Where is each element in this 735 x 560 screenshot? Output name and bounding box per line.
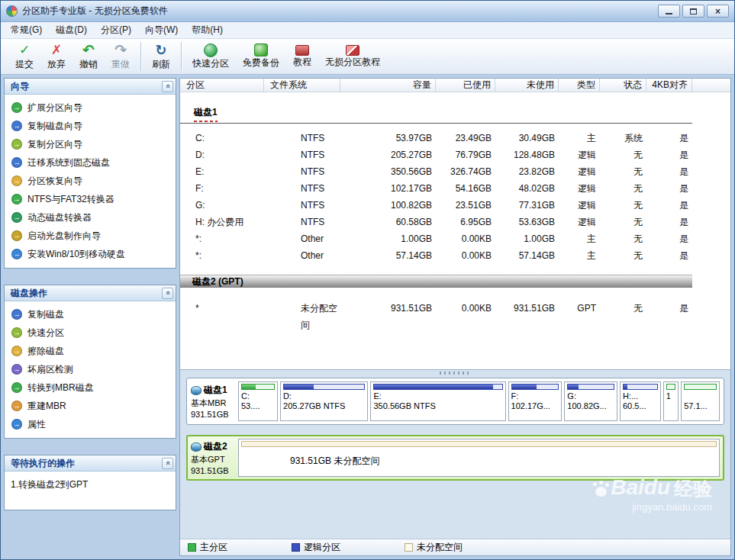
sidebar-item[interactable]: →复制分区向导: [5, 135, 176, 153]
close-button[interactable]: ×: [707, 5, 729, 18]
partition-cell: 是: [646, 230, 692, 247]
block-sublabel: 102.17G...: [511, 401, 559, 411]
minimize-button[interactable]: [658, 5, 680, 18]
disk-group-bar[interactable]: 磁盘2 (GPT): [180, 275, 692, 288]
sidebar-item[interactable]: →复制磁盘: [5, 305, 176, 323]
partition-row[interactable]: *未分配空间931.51GB0.00KB931.51GBGPT无是: [180, 300, 730, 317]
undo-button[interactable]: 撤销: [73, 41, 105, 72]
partition-block[interactable]: 931.51GB 未分配空间: [238, 439, 720, 477]
column-header-2[interactable]: 容量: [340, 79, 436, 92]
lossless-partition-tutorial-button[interactable]: 无损分区教程: [318, 43, 387, 70]
column-header-7[interactable]: 4KB对齐: [646, 79, 692, 92]
watermark: Baidu 经验 jingyan.baidu.com: [595, 477, 712, 513]
partition-block[interactable]: H:...60.5...: [620, 381, 661, 421]
legend-item: 逻辑分区: [292, 541, 340, 554]
column-header-spacer: [692, 79, 730, 92]
sidebar-item[interactable]: →迁移系统到固态磁盘: [5, 153, 176, 172]
sidebar-item[interactable]: 1.转换磁盘2到GPT: [5, 475, 176, 494]
partition-row[interactable]: G:NTFS100.82GB23.51GB77.31GB逻辑无是: [180, 197, 730, 214]
partition-block[interactable]: E:350.56GB NTFS: [370, 381, 505, 421]
refresh-button[interactable]: 刷新: [145, 41, 177, 72]
tutorial-button[interactable]: 教程: [286, 43, 318, 70]
quick-partition-button[interactable]: 快速分区: [185, 42, 236, 72]
sidebar-item[interactable]: →扩展分区向导: [5, 98, 176, 117]
sidebar-item[interactable]: →擦除磁盘: [5, 342, 176, 360]
partition-row[interactable]: *:Other57.14GB0.00KB57.14GB主无是: [180, 247, 730, 264]
partition-row[interactable]: C:NTFS53.97GB23.49GB30.49GB主系统是: [180, 130, 730, 146]
commit-button[interactable]: 提交: [8, 41, 40, 72]
sidebar-item[interactable]: →快速分区: [5, 323, 176, 342]
sidebar-item[interactable]: →转换到MBR磁盘: [5, 378, 176, 397]
maximize-button[interactable]: [682, 5, 704, 18]
partition-cell: 无: [600, 146, 646, 163]
tool-label: 无损分区教程: [325, 56, 380, 69]
partition-row[interactable]: H: 办公费用NTFS60.58GB6.95GB53.63GB逻辑无是: [180, 214, 730, 230]
menu-item-2[interactable]: 磁盘(D): [49, 21, 94, 39]
sidebar-panel-wizards: 向导«→扩展分区向导→复制磁盘向导→复制分区向导→迁移系统到固态磁盘→分区恢复向…: [4, 78, 176, 269]
title-bar: 分区助手专业版 - 无损分区免费软件 ×: [1, 1, 734, 22]
collapse-button[interactable]: «: [162, 81, 173, 92]
partition-row[interactable]: F:NTFS102.17GB54.16GB48.02GB逻辑无是: [180, 180, 730, 197]
commit-icon: [18, 43, 31, 58]
sidebar-item[interactable]: →安装Win8/10到移动硬盘: [5, 245, 176, 263]
partition-block[interactable]: G:100.82G...: [564, 381, 617, 421]
redo-button[interactable]: 重做: [105, 41, 137, 72]
column-header-1[interactable]: 文件系统: [264, 79, 340, 92]
menu-item-5[interactable]: 帮助(H): [185, 21, 230, 39]
splitter-handle[interactable]: [440, 372, 472, 375]
partition-row[interactable]: D:NTFS205.27GB76.79GB128.48GB逻辑无是: [180, 146, 730, 163]
migrate-os-to-ssd-icon: →: [11, 157, 22, 168]
partition-block[interactable]: 57.1...: [681, 381, 720, 421]
column-header-3[interactable]: 已使用: [436, 79, 495, 92]
partition-cell: C:: [180, 130, 264, 146]
disk-type: 基本MBR: [191, 397, 234, 409]
collapse-button[interactable]: «: [162, 288, 173, 299]
app-icon: [6, 5, 18, 17]
sidebar-item-label: 重建MBR: [27, 400, 66, 413]
collapse-button[interactable]: «: [162, 458, 173, 469]
sidebar-item[interactable]: →启动光盘制作向导: [5, 227, 176, 245]
menu-item-3[interactable]: 分区(P): [94, 21, 138, 39]
partition-cell: *:: [180, 230, 264, 247]
main-area: 分区文件系统容量已使用未使用类型状态4KB对齐 磁盘1C:NTFS53.97GB…: [179, 78, 731, 556]
watermark-brand-cn: 经验: [674, 479, 712, 498]
sidebar-item[interactable]: →重建MBR: [5, 397, 176, 415]
disk-panel-1[interactable]: 磁盘1基本MBR931.51GBC:53....D:205.27GB NTFSE…: [186, 378, 724, 425]
column-header-4[interactable]: 未使用: [495, 79, 559, 92]
partition-block[interactable]: C:53....: [238, 381, 278, 421]
sidebar-item[interactable]: →坏扇区检测: [5, 360, 176, 378]
legend-bar: 主分区逻辑分区未分配空间: [180, 539, 730, 555]
quick-partition-icon: →: [11, 327, 22, 338]
tool-label: 教程: [293, 56, 311, 69]
maximize-icon: [690, 8, 697, 14]
sidebar-item[interactable]: →复制磁盘向导: [5, 117, 176, 135]
column-header-0[interactable]: 分区: [180, 79, 264, 92]
partition-row[interactable]: *:Other1.00GB0.00KB1.00GB主无是: [180, 230, 730, 247]
menu-item-4[interactable]: 向导(W): [138, 21, 185, 39]
partition-row[interactable]: E:NTFS350.56GB326.74GB23.82GB逻辑无是: [180, 163, 730, 180]
sidebar-item-label: 扩展分区向导: [27, 101, 82, 114]
partition-block[interactable]: D:205.27GB NTFS: [280, 381, 368, 421]
sidebar-item[interactable]: →动态磁盘转换器: [5, 208, 176, 227]
convert-to-mbr-icon: →: [11, 382, 22, 393]
refresh-icon: [154, 43, 168, 58]
partition-cell: 54.16GB: [436, 180, 495, 197]
legend-item: 未分配空间: [405, 541, 463, 554]
partition-cell: 无: [600, 197, 646, 214]
discard-button[interactable]: 放弃: [40, 41, 73, 72]
partition-block[interactable]: 1: [663, 381, 679, 421]
content-area: 向导«→扩展分区向导→复制磁盘向导→复制分区向导→迁移系统到固态磁盘→分区恢复向…: [1, 75, 734, 559]
sidebar-item[interactable]: →NTFS与FAT32转换器: [5, 190, 176, 208]
partition-cell: *: [180, 300, 264, 317]
sidebar-item[interactable]: →属性: [5, 415, 176, 433]
sidebar-item[interactable]: →分区恢复向导: [5, 172, 176, 190]
column-header-5[interactable]: 类型: [559, 79, 600, 92]
disk-group-header[interactable]: 磁盘1: [180, 106, 692, 124]
free-backup-button[interactable]: 免费备份: [236, 42, 286, 71]
partition-block[interactable]: F:102.17G...: [508, 381, 563, 421]
block-label: H:...: [623, 391, 658, 401]
partition-cell: F:: [180, 180, 264, 197]
column-header-6[interactable]: 状态: [600, 79, 646, 92]
disk-panel-2[interactable]: 磁盘2基本GPT931.51GB931.51GB 未分配空间: [186, 435, 724, 481]
menu-item-1[interactable]: 常规(G): [4, 21, 49, 39]
